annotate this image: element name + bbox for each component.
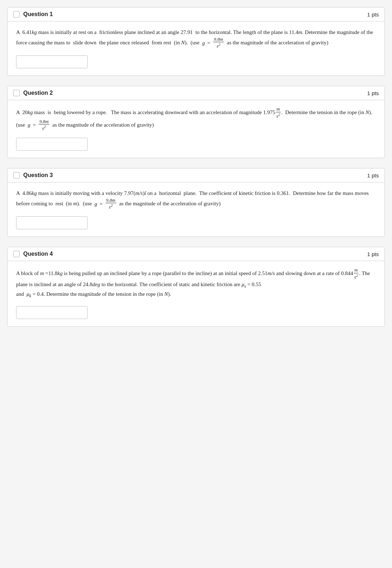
math-eq-1: g = 9.8ms2 bbox=[202, 37, 224, 49]
question-1-header-left: Question 1 bbox=[13, 11, 53, 18]
question-4-pts: 1 pts bbox=[367, 251, 379, 257]
math-kg-4: kg bbox=[58, 270, 63, 276]
math-ms-4: m/s bbox=[268, 270, 275, 276]
math-ms-3: m/s bbox=[135, 190, 143, 196]
question-2-text: A 20kg mass is being lowered by a rope. … bbox=[16, 107, 376, 131]
question-2-answer-input[interactable] bbox=[16, 138, 88, 151]
question-4-header: Question 4 1 pts bbox=[8, 247, 384, 261]
math-kg-1: kg bbox=[32, 29, 37, 35]
question-2-pts: 1 pts bbox=[367, 90, 379, 96]
math-ihat-3: î bbox=[144, 190, 146, 196]
question-3-title: Question 3 bbox=[23, 172, 53, 178]
question-1-header: Question 1 1 pts bbox=[8, 8, 384, 21]
math-m-3: m bbox=[73, 200, 77, 206]
math-mus-4: μs bbox=[242, 281, 246, 287]
question-2-title: Question 2 bbox=[23, 90, 53, 96]
question-4-title: Question 4 bbox=[23, 251, 53, 257]
math-eq-3: g = 9.8ms2 bbox=[94, 198, 116, 210]
question-2-header-left: Question 2 bbox=[13, 90, 53, 96]
question-2-header: Question 2 1 pts bbox=[8, 86, 384, 100]
question-4-body: A block of m =11.8kg is being pulled up … bbox=[8, 261, 384, 326]
question-4-block: Question 4 1 pts A block of m =11.8kg is… bbox=[7, 247, 385, 327]
math-kg-3: kg bbox=[32, 190, 37, 196]
math-N-2: N bbox=[366, 109, 369, 115]
question-1-block: Question 1 1 pts A 6.41kg mass is initia… bbox=[7, 7, 385, 76]
math-N-4: N bbox=[164, 291, 168, 297]
question-3-pts: 1 pts bbox=[367, 172, 379, 178]
question-3-block: Question 3 1 pts A 4.86kg mass is initia… bbox=[7, 168, 385, 237]
question-1-title: Question 1 bbox=[23, 11, 53, 18]
question-1-text: A 6.41kg mass is initially at rest on a … bbox=[16, 28, 376, 49]
math-muk-4: μk bbox=[26, 291, 31, 297]
question-3-header-left: Question 3 bbox=[13, 172, 53, 178]
question-3-body: A 4.86kg mass is initially moving with a… bbox=[8, 182, 384, 236]
question-1-body: A 6.41kg mass is initially at rest on a … bbox=[8, 21, 384, 75]
math-m-4: m bbox=[40, 270, 44, 276]
math-eq-2: g = 9.8ms2 bbox=[28, 119, 50, 131]
math-frac-4: ms2 bbox=[353, 268, 359, 280]
math-deg-4: deg bbox=[92, 281, 100, 287]
question-1-answer-input[interactable] bbox=[16, 55, 88, 68]
question-4-checkbox[interactable] bbox=[13, 251, 20, 257]
question-3-checkbox[interactable] bbox=[13, 172, 20, 178]
question-4-header-left: Question 4 bbox=[13, 251, 53, 257]
question-2-block: Question 2 1 pts A 20kg mass is being lo… bbox=[7, 86, 385, 158]
question-3-header: Question 3 1 pts bbox=[8, 168, 384, 182]
math-m-1: m bbox=[298, 29, 302, 35]
question-4-text: A block of m =11.8kg is being pulled up … bbox=[16, 268, 376, 300]
question-2-body: A 20kg mass is being lowered by a rope. … bbox=[8, 100, 384, 158]
question-1-checkbox[interactable] bbox=[13, 11, 20, 18]
math-kg-2: kg bbox=[28, 109, 33, 115]
question-1-pts: 1 pts bbox=[367, 11, 379, 18]
math-frac-2: ms2 bbox=[276, 107, 281, 119]
math-N-1: N bbox=[181, 39, 185, 45]
question-2-checkbox[interactable] bbox=[13, 90, 20, 96]
question-3-answer-input[interactable] bbox=[16, 216, 88, 229]
question-3-text: A 4.86kg mass is initially moving with a… bbox=[16, 189, 376, 210]
question-4-answer-input[interactable] bbox=[16, 306, 88, 319]
